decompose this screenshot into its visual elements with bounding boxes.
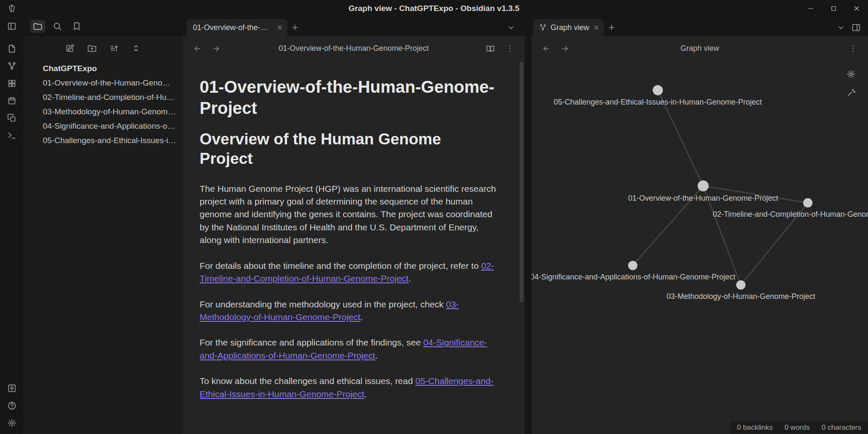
tab-list-button[interactable] <box>504 21 519 34</box>
editor-tab-close-button[interactable] <box>276 24 283 31</box>
backlinks-count[interactable]: 0 backlinks <box>737 423 773 432</box>
graph-node-04[interactable] <box>628 261 637 270</box>
new-note-button[interactable] <box>62 42 78 55</box>
close-icon <box>853 5 860 12</box>
editor-tab-label: 01-Overview-of-the-Human-Genome-Project <box>193 23 273 32</box>
chevron-down-icon <box>507 24 515 31</box>
window-controls <box>799 0 868 17</box>
ribbon-templates-button[interactable] <box>5 112 19 124</box>
minimize-icon <box>807 5 815 12</box>
scrollbar-thumb[interactable] <box>520 62 523 302</box>
plus-icon <box>291 23 299 32</box>
paragraph-text: . <box>375 351 378 360</box>
arrow-right-icon <box>212 44 220 53</box>
chevrons-up-down-icon <box>131 44 141 53</box>
graph-node-label: 01-Overview-of-the-Human-Genome-Project <box>628 194 778 202</box>
vault-switcher-button[interactable] <box>5 382 19 394</box>
graph-animate-button[interactable] <box>845 87 857 98</box>
editor-tab-bar: 01-Overview-of-the-Human-Genome-Project <box>183 17 525 36</box>
new-tab-button-right[interactable] <box>604 21 619 34</box>
terminal-icon <box>7 131 17 140</box>
back-button[interactable] <box>191 42 204 55</box>
file-item[interactable]: 02-Timeline-and-Completion-of-Human-Geno… <box>23 90 183 105</box>
graph-node-label: 02-Timeline-and-Completion-of-Human-Geno… <box>713 210 868 218</box>
graph-node-05[interactable] <box>653 85 663 95</box>
ribbon-daily-note-button[interactable] <box>5 95 19 107</box>
pane-divider[interactable] <box>525 36 531 434</box>
vault-title[interactable]: ChatGPTExpo <box>23 61 183 76</box>
forward-button[interactable] <box>559 42 571 55</box>
file-item[interactable]: 04-Significance-and-Applications-of-Huma… <box>23 119 183 133</box>
editor-pane: 01-Overview-of-the-Human-Genome-Project … <box>183 36 525 434</box>
tab-bookmarks[interactable] <box>69 20 84 33</box>
editor-scrollbar[interactable] <box>520 62 523 302</box>
new-note-icon <box>65 44 75 53</box>
graph-pane: Graph view 01-Overview-of-the-Human-Geno… <box>531 36 868 434</box>
panel-left-icon <box>7 22 17 31</box>
file-explorer-toolbar <box>23 36 183 61</box>
toggle-left-sidebar-button[interactable] <box>4 20 19 33</box>
graph-node-01[interactable] <box>698 180 709 191</box>
layout-grid-icon <box>7 79 17 88</box>
chevron-down-icon <box>837 24 845 31</box>
panel-right-icon <box>851 23 861 32</box>
graph-node-label: 04-Significance-and-Applications-of-Huma… <box>531 273 735 281</box>
toggle-right-sidebar-button[interactable] <box>849 21 864 34</box>
file-item[interactable]: 05-Challenges-and-Ethical-Issues-in-Huma… <box>23 133 183 148</box>
maximize-icon <box>830 5 837 12</box>
gear-icon <box>7 418 17 428</box>
graph-view-tab[interactable]: Graph view <box>533 19 604 36</box>
tab-search[interactable] <box>50 20 65 33</box>
graph-canvas[interactable]: 01-Overview-of-the-Human-Genome-Project0… <box>531 61 868 434</box>
close-button[interactable] <box>845 0 868 17</box>
graph-tab-label: Graph view <box>551 23 589 32</box>
calendar-icon <box>7 96 17 105</box>
graph-icon <box>7 61 17 71</box>
sort-order-button[interactable] <box>106 42 122 55</box>
ribbon-canvas-button[interactable] <box>5 77 19 89</box>
minimize-button[interactable] <box>799 0 822 17</box>
note-content: 01-Overview-of-the-Human-Genome-Project … <box>183 61 525 434</box>
search-icon <box>53 22 62 31</box>
reading-view-button[interactable] <box>484 42 497 55</box>
forward-button[interactable] <box>210 42 223 55</box>
close-icon <box>276 24 283 31</box>
tab-list-button-right[interactable] <box>833 21 849 34</box>
new-folder-button[interactable] <box>84 42 100 55</box>
help-button[interactable] <box>5 400 19 412</box>
more-options-button[interactable] <box>847 42 860 55</box>
file-item[interactable]: 01-Overview-of-the-Human-Genome-Project <box>23 76 183 90</box>
file-explorer: ChatGPTExpo 01-Overview-of-the-Human-Gen… <box>23 36 183 434</box>
workspace: ChatGPTExpo 01-Overview-of-the-Human-Gen… <box>0 36 868 434</box>
right-tab-bar: Graph view <box>531 17 868 36</box>
gear-icon <box>846 69 856 79</box>
tab-file-explorer[interactable] <box>30 20 45 33</box>
graph-tab-close-button[interactable] <box>593 24 600 31</box>
sort-icon <box>109 44 119 53</box>
settings-button[interactable] <box>5 417 19 429</box>
obsidian-window: Graph view - ChatGPTExpo - Obsidian v1.3… <box>0 0 868 434</box>
back-button[interactable] <box>540 42 553 55</box>
help-icon <box>7 401 17 410</box>
graph-node-label: 05-Challenges-and-Ethical-Issues-in-Huma… <box>554 98 762 106</box>
bookmark-icon <box>72 22 81 31</box>
more-options-button[interactable] <box>504 42 516 55</box>
collapse-all-button[interactable] <box>128 42 144 55</box>
more-vertical-icon <box>849 44 857 53</box>
editor-tab[interactable]: 01-Overview-of-the-Human-Genome-Project <box>187 19 287 36</box>
graph-settings-button[interactable] <box>845 69 857 80</box>
close-icon <box>593 24 600 31</box>
ribbon-graph-button[interactable] <box>5 60 19 72</box>
graph-node-02[interactable] <box>803 198 812 207</box>
note-paragraph: To know about the challenges and ethical… <box>200 375 496 401</box>
maximize-button[interactable] <box>822 0 845 17</box>
ribbon-command-palette-button[interactable] <box>5 130 19 141</box>
ribbon-note-button[interactable] <box>5 43 19 55</box>
file-item[interactable]: 03-Methodology-of-Human-Genome-Project <box>23 105 183 119</box>
new-tab-button[interactable] <box>287 21 303 34</box>
graph-node-03[interactable] <box>736 280 746 290</box>
character-count: 0 characters <box>821 423 861 432</box>
editor-view-header: 01-Overview-of-the-Human-Genome-Project <box>183 36 525 61</box>
wand-sparkles-icon <box>846 88 856 97</box>
status-bar: 0 backlinks 0 words 0 characters <box>730 421 868 434</box>
